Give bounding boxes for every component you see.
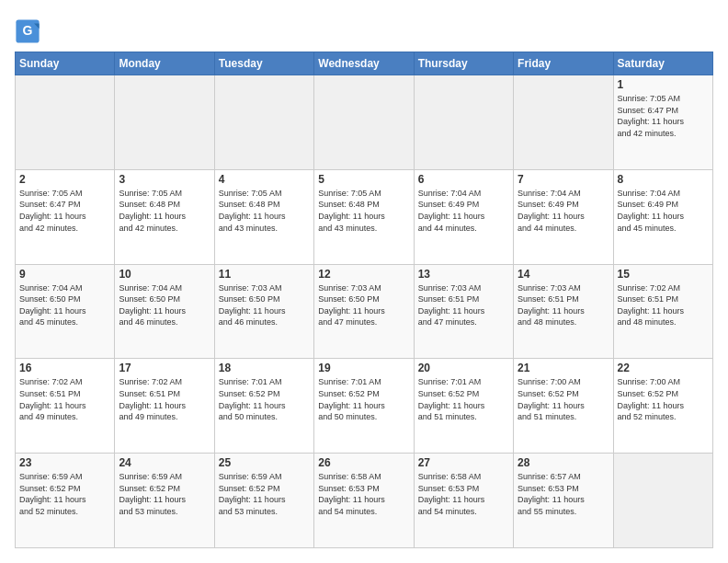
calendar-cell: 8Sunrise: 7:04 AM Sunset: 6:49 PM Daylig… bbox=[613, 169, 712, 264]
day-number: 17 bbox=[119, 362, 210, 374]
calendar-cell: 22Sunrise: 7:00 AM Sunset: 6:52 PM Dayli… bbox=[613, 359, 712, 454]
day-number: 12 bbox=[318, 268, 409, 281]
day-info: Sunrise: 6:59 AM Sunset: 6:52 PM Dayligh… bbox=[19, 471, 110, 517]
day-info: Sunrise: 7:04 AM Sunset: 6:50 PM Dayligh… bbox=[119, 282, 210, 328]
day-number: 13 bbox=[418, 268, 509, 281]
calendar-header-thursday: Thursday bbox=[414, 52, 513, 75]
day-number: 18 bbox=[219, 362, 310, 374]
header: G bbox=[15, 15, 713, 44]
calendar-cell: 10Sunrise: 7:04 AM Sunset: 6:50 PM Dayli… bbox=[115, 264, 214, 359]
calendar-table: SundayMondayTuesdayWednesdayThursdayFrid… bbox=[15, 52, 713, 548]
calendar-cell bbox=[115, 75, 214, 170]
day-number: 5 bbox=[318, 173, 409, 186]
day-number: 26 bbox=[318, 456, 409, 469]
day-number: 15 bbox=[618, 268, 709, 281]
day-number: 27 bbox=[418, 456, 509, 469]
calendar-header-wednesday: Wednesday bbox=[314, 52, 414, 75]
day-number: 6 bbox=[418, 173, 509, 186]
calendar-cell: 19Sunrise: 7:01 AM Sunset: 6:52 PM Dayli… bbox=[314, 359, 414, 454]
calendar-header-tuesday: Tuesday bbox=[214, 52, 313, 75]
calendar-cell: 6Sunrise: 7:04 AM Sunset: 6:49 PM Daylig… bbox=[414, 169, 513, 264]
day-number: 4 bbox=[219, 173, 310, 186]
calendar-cell: 9Sunrise: 7:04 AM Sunset: 6:50 PM Daylig… bbox=[16, 264, 115, 359]
calendar-week-row: 9Sunrise: 7:04 AM Sunset: 6:50 PM Daylig… bbox=[16, 264, 713, 359]
day-info: Sunrise: 6:59 AM Sunset: 6:52 PM Dayligh… bbox=[219, 471, 310, 517]
day-info: Sunrise: 7:00 AM Sunset: 6:52 PM Dayligh… bbox=[518, 376, 609, 422]
day-info: Sunrise: 7:02 AM Sunset: 6:51 PM Dayligh… bbox=[618, 282, 709, 328]
calendar-cell: 4Sunrise: 7:05 AM Sunset: 6:48 PM Daylig… bbox=[214, 169, 313, 264]
day-info: Sunrise: 7:04 AM Sunset: 6:49 PM Dayligh… bbox=[518, 188, 609, 234]
day-number: 7 bbox=[518, 173, 609, 186]
calendar-cell: 14Sunrise: 7:03 AM Sunset: 6:51 PM Dayli… bbox=[514, 264, 613, 359]
calendar-cell bbox=[16, 75, 115, 170]
calendar-cell bbox=[613, 454, 712, 548]
calendar-cell: 28Sunrise: 6:57 AM Sunset: 6:53 PM Dayli… bbox=[514, 454, 613, 548]
day-info: Sunrise: 7:00 AM Sunset: 6:52 PM Dayligh… bbox=[618, 376, 709, 422]
day-number: 14 bbox=[518, 268, 609, 281]
day-number: 20 bbox=[418, 362, 509, 374]
day-number: 28 bbox=[518, 456, 609, 469]
day-info: Sunrise: 7:03 AM Sunset: 6:50 PM Dayligh… bbox=[219, 282, 310, 328]
calendar-cell: 25Sunrise: 6:59 AM Sunset: 6:52 PM Dayli… bbox=[214, 454, 313, 548]
day-info: Sunrise: 7:05 AM Sunset: 6:47 PM Dayligh… bbox=[19, 188, 110, 234]
calendar-cell: 20Sunrise: 7:01 AM Sunset: 6:52 PM Dayli… bbox=[414, 359, 513, 454]
calendar-header-monday: Monday bbox=[115, 52, 214, 75]
calendar-cell bbox=[214, 75, 313, 170]
day-number: 16 bbox=[19, 362, 110, 374]
calendar-week-row: 1Sunrise: 7:05 AM Sunset: 6:47 PM Daylig… bbox=[16, 75, 713, 170]
calendar-cell: 24Sunrise: 6:59 AM Sunset: 6:52 PM Dayli… bbox=[115, 454, 214, 548]
calendar-header-saturday: Saturday bbox=[613, 52, 712, 75]
day-number: 9 bbox=[19, 268, 110, 281]
day-info: Sunrise: 7:04 AM Sunset: 6:50 PM Dayligh… bbox=[19, 282, 110, 328]
day-info: Sunrise: 6:58 AM Sunset: 6:53 PM Dayligh… bbox=[418, 471, 509, 517]
day-number: 25 bbox=[219, 456, 310, 469]
day-info: Sunrise: 6:59 AM Sunset: 6:52 PM Dayligh… bbox=[119, 471, 210, 517]
calendar-cell bbox=[514, 75, 613, 170]
calendar-cell: 17Sunrise: 7:02 AM Sunset: 6:51 PM Dayli… bbox=[115, 359, 214, 454]
day-info: Sunrise: 7:05 AM Sunset: 6:48 PM Dayligh… bbox=[318, 188, 409, 234]
calendar-cell: 23Sunrise: 6:59 AM Sunset: 6:52 PM Dayli… bbox=[16, 454, 115, 548]
calendar-cell: 3Sunrise: 7:05 AM Sunset: 6:48 PM Daylig… bbox=[115, 169, 214, 264]
day-number: 3 bbox=[119, 173, 210, 186]
calendar-cell: 15Sunrise: 7:02 AM Sunset: 6:51 PM Dayli… bbox=[613, 264, 712, 359]
day-info: Sunrise: 6:58 AM Sunset: 6:53 PM Dayligh… bbox=[318, 471, 409, 517]
day-number: 11 bbox=[219, 268, 310, 281]
day-number: 2 bbox=[19, 173, 110, 186]
day-number: 22 bbox=[618, 362, 709, 374]
calendar-cell: 18Sunrise: 7:01 AM Sunset: 6:52 PM Dayli… bbox=[214, 359, 313, 454]
calendar-cell: 26Sunrise: 6:58 AM Sunset: 6:53 PM Dayli… bbox=[314, 454, 414, 548]
calendar-cell: 12Sunrise: 7:03 AM Sunset: 6:50 PM Dayli… bbox=[314, 264, 414, 359]
day-info: Sunrise: 7:05 AM Sunset: 6:48 PM Dayligh… bbox=[119, 188, 210, 234]
calendar-week-row: 2Sunrise: 7:05 AM Sunset: 6:47 PM Daylig… bbox=[16, 169, 713, 264]
calendar-cell: 2Sunrise: 7:05 AM Sunset: 6:47 PM Daylig… bbox=[16, 169, 115, 264]
day-number: 1 bbox=[618, 78, 709, 91]
day-info: Sunrise: 7:01 AM Sunset: 6:52 PM Dayligh… bbox=[418, 376, 509, 422]
calendar-week-row: 16Sunrise: 7:02 AM Sunset: 6:51 PM Dayli… bbox=[16, 359, 713, 454]
day-info: Sunrise: 7:01 AM Sunset: 6:52 PM Dayligh… bbox=[219, 376, 310, 422]
day-info: Sunrise: 7:01 AM Sunset: 6:52 PM Dayligh… bbox=[318, 376, 409, 422]
calendar-cell: 16Sunrise: 7:02 AM Sunset: 6:51 PM Dayli… bbox=[16, 359, 115, 454]
calendar-cell: 27Sunrise: 6:58 AM Sunset: 6:53 PM Dayli… bbox=[414, 454, 513, 548]
day-info: Sunrise: 7:03 AM Sunset: 6:50 PM Dayligh… bbox=[318, 282, 409, 328]
logo: G bbox=[15, 18, 42, 44]
calendar-header-row: SundayMondayTuesdayWednesdayThursdayFrid… bbox=[16, 52, 713, 75]
calendar-cell: 1Sunrise: 7:05 AM Sunset: 6:47 PM Daylig… bbox=[613, 75, 712, 170]
day-number: 10 bbox=[119, 268, 210, 281]
calendar-header-friday: Friday bbox=[514, 52, 613, 75]
day-info: Sunrise: 7:02 AM Sunset: 6:51 PM Dayligh… bbox=[19, 376, 110, 422]
day-number: 21 bbox=[518, 362, 609, 374]
calendar-cell: 21Sunrise: 7:00 AM Sunset: 6:52 PM Dayli… bbox=[514, 359, 613, 454]
calendar-cell bbox=[414, 75, 513, 170]
day-info: Sunrise: 7:03 AM Sunset: 6:51 PM Dayligh… bbox=[418, 282, 509, 328]
calendar-cell bbox=[314, 75, 414, 170]
calendar-header-sunday: Sunday bbox=[16, 52, 115, 75]
day-info: Sunrise: 7:03 AM Sunset: 6:51 PM Dayligh… bbox=[518, 282, 609, 328]
day-info: Sunrise: 7:05 AM Sunset: 6:47 PM Dayligh… bbox=[618, 93, 709, 139]
day-info: Sunrise: 7:04 AM Sunset: 6:49 PM Dayligh… bbox=[418, 188, 509, 234]
svg-text:G: G bbox=[23, 23, 33, 38]
day-number: 8 bbox=[618, 173, 709, 186]
day-number: 24 bbox=[119, 456, 210, 469]
day-info: Sunrise: 6:57 AM Sunset: 6:53 PM Dayligh… bbox=[518, 471, 609, 517]
day-number: 19 bbox=[318, 362, 409, 374]
day-info: Sunrise: 7:02 AM Sunset: 6:51 PM Dayligh… bbox=[119, 376, 210, 422]
